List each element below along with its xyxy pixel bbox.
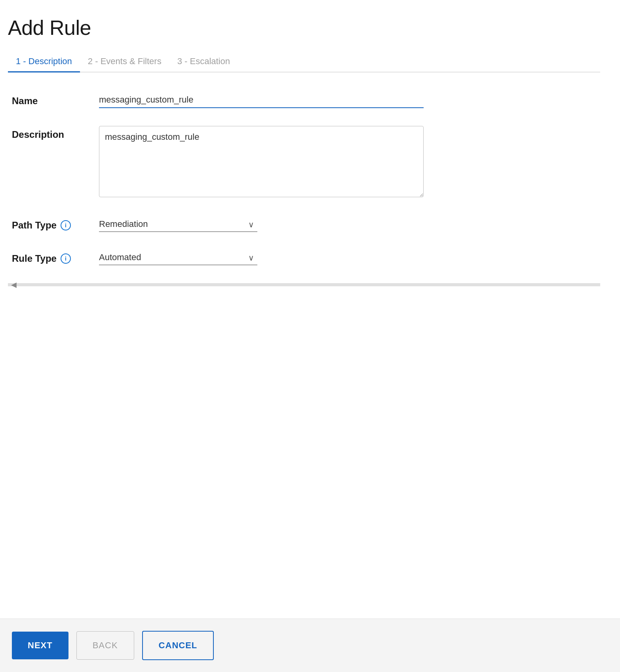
- scroll-indicator: ◀: [8, 283, 600, 286]
- rule-type-row: Rule Type i Automated ∨: [12, 250, 596, 265]
- rule-type-label: Rule Type i: [12, 250, 99, 264]
- name-control: [99, 92, 424, 108]
- path-type-info-icon[interactable]: i: [61, 220, 71, 230]
- name-label: Name: [12, 92, 99, 107]
- path-type-label: Path Type i: [12, 217, 99, 231]
- tab-events-filters[interactable]: 2 - Events & Filters: [80, 51, 169, 72]
- tab-escalation[interactable]: 3 - Escalation: [169, 51, 238, 72]
- page-title: Add Rule: [8, 16, 600, 40]
- scroll-left-icon[interactable]: ◀: [11, 280, 17, 289]
- tabs-container: 1 - Description 2 - Events & Filters 3 -…: [8, 51, 600, 72]
- path-type-select[interactable]: Remediation: [99, 217, 257, 232]
- path-type-select-wrapper: Remediation ∨: [99, 217, 257, 232]
- form-section: Name Description messaging_custom_rule P…: [8, 92, 600, 265]
- rule-type-control: Automated ∨: [99, 250, 424, 265]
- description-row: Description messaging_custom_rule: [12, 126, 596, 199]
- main-content: Add Rule 1 - Description 2 - Events & Fi…: [0, 0, 620, 672]
- cancel-button[interactable]: CANCEL: [142, 631, 214, 660]
- footer-bar: NEXT BACK CANCEL: [0, 619, 620, 672]
- description-textarea[interactable]: messaging_custom_rule: [99, 126, 424, 197]
- description-label: Description: [12, 126, 99, 140]
- page-container: Add Rule 1 - Description 2 - Events & Fi…: [0, 0, 620, 672]
- name-row: Name: [12, 92, 596, 108]
- description-control: messaging_custom_rule: [99, 126, 424, 199]
- rule-type-select-wrapper: Automated ∨: [99, 250, 257, 265]
- rule-type-info-icon[interactable]: i: [61, 253, 71, 264]
- rule-type-select[interactable]: Automated: [99, 250, 257, 265]
- next-button[interactable]: NEXT: [12, 632, 68, 659]
- tab-description[interactable]: 1 - Description: [8, 51, 80, 72]
- back-button[interactable]: BACK: [76, 631, 134, 660]
- path-type-control: Remediation ∨: [99, 217, 424, 232]
- path-type-row: Path Type i Remediation ∨: [12, 217, 596, 232]
- name-input[interactable]: [99, 92, 424, 108]
